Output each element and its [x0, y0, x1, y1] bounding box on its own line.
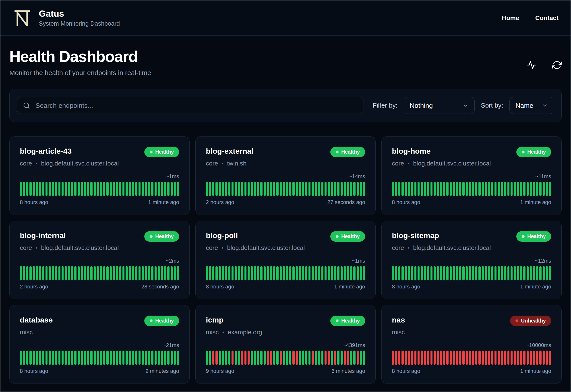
status-bar[interactable] — [209, 350, 211, 365]
status-bar[interactable] — [402, 182, 404, 196]
status-bar[interactable] — [498, 182, 500, 196]
status-bar[interactable] — [485, 182, 487, 196]
status-bar[interactable] — [421, 350, 423, 365]
status-bar[interactable] — [482, 350, 484, 365]
status-bar[interactable] — [26, 266, 28, 280]
status-bar[interactable] — [315, 350, 317, 365]
status-bar[interactable] — [45, 266, 47, 280]
status-bar[interactable] — [539, 182, 541, 196]
status-bar[interactable] — [331, 182, 333, 196]
status-bar[interactable] — [347, 266, 349, 280]
status-bar[interactable] — [299, 350, 301, 365]
status-bar[interactable] — [100, 182, 102, 196]
status-bar[interactable] — [286, 182, 288, 196]
status-bar[interactable] — [472, 182, 474, 196]
status-bar[interactable] — [251, 350, 253, 365]
status-bar[interactable] — [296, 182, 298, 196]
status-bar[interactable] — [177, 182, 179, 196]
status-bar[interactable] — [167, 266, 169, 280]
status-bar[interactable] — [392, 266, 394, 280]
status-bar[interactable] — [87, 266, 89, 280]
status-bar[interactable] — [414, 350, 416, 365]
status-bar[interactable] — [549, 182, 551, 196]
status-bar[interactable] — [539, 350, 541, 365]
status-bar[interactable] — [328, 350, 330, 365]
status-bar[interactable] — [299, 182, 301, 196]
status-bar[interactable] — [87, 350, 89, 365]
status-bar[interactable] — [55, 350, 57, 365]
status-bar[interactable] — [466, 266, 468, 280]
status-bar[interactable] — [145, 182, 147, 196]
status-bar[interactable] — [90, 266, 92, 280]
status-bar[interactable] — [488, 182, 490, 196]
status-bar[interactable] — [71, 182, 73, 196]
status-bar[interactable] — [129, 266, 131, 280]
status-bar[interactable] — [527, 182, 529, 196]
status-bar[interactable] — [113, 182, 115, 196]
status-bar[interactable] — [231, 182, 234, 196]
status-bar[interactable] — [443, 182, 445, 196]
status-bar[interactable] — [151, 266, 153, 280]
status-bar[interactable] — [334, 350, 336, 365]
status-bar[interactable] — [536, 182, 538, 196]
status-bar[interactable] — [276, 350, 278, 365]
status-bar[interactable] — [30, 266, 31, 280]
status-bar[interactable] — [350, 182, 352, 196]
status-bar[interactable] — [65, 266, 67, 280]
status-bar[interactable] — [94, 350, 96, 365]
status-bar[interactable] — [353, 266, 355, 280]
status-bar[interactable] — [81, 182, 83, 196]
status-bar[interactable] — [411, 350, 413, 365]
status-bar[interactable] — [81, 350, 83, 365]
status-bar[interactable] — [536, 266, 538, 280]
status-bar[interactable] — [296, 350, 298, 365]
status-bar[interactable] — [235, 266, 237, 280]
status-bar[interactable] — [36, 266, 38, 280]
status-bar[interactable] — [501, 350, 503, 365]
status-bar[interactable] — [110, 350, 112, 365]
status-bar[interactable] — [450, 266, 452, 280]
status-bar[interactable] — [206, 266, 208, 280]
status-bar[interactable] — [318, 182, 320, 196]
status-bar[interactable] — [434, 182, 436, 196]
status-bar[interactable] — [344, 182, 346, 196]
status-bar[interactable] — [488, 266, 490, 280]
status-bar[interactable] — [363, 266, 365, 280]
status-bar[interactable] — [302, 182, 304, 196]
status-bar[interactable] — [126, 350, 128, 365]
status-bar[interactable] — [132, 266, 134, 280]
status-bar[interactable] — [344, 266, 346, 280]
status-bar[interactable] — [395, 182, 397, 196]
status-bar[interactable] — [446, 182, 448, 196]
status-bar[interactable] — [504, 182, 506, 196]
status-bar[interactable] — [74, 350, 76, 365]
status-bar[interactable] — [49, 266, 51, 280]
status-bar[interactable] — [414, 266, 416, 280]
status-bar[interactable] — [485, 266, 487, 280]
status-bar[interactable] — [283, 266, 285, 280]
status-bar[interactable] — [110, 182, 112, 196]
status-bar[interactable] — [475, 182, 477, 196]
status-bar[interactable] — [244, 350, 246, 365]
status-bar[interactable] — [395, 266, 397, 280]
status-bar[interactable] — [273, 350, 275, 365]
status-bar[interactable] — [42, 182, 44, 196]
status-bar[interactable] — [122, 266, 124, 280]
status-bar[interactable] — [411, 182, 413, 196]
status-bar[interactable] — [209, 182, 211, 196]
status-bar[interactable] — [222, 182, 224, 196]
status-bar[interactable] — [49, 182, 51, 196]
status-bar[interactable] — [39, 182, 41, 196]
status-bar[interactable] — [116, 350, 118, 365]
status-bar[interactable] — [523, 350, 525, 365]
status-bar[interactable] — [511, 182, 512, 196]
status-bar[interactable] — [84, 182, 86, 196]
status-bar[interactable] — [321, 350, 323, 365]
status-bar[interactable] — [122, 182, 124, 196]
status-bar[interactable] — [257, 182, 259, 196]
status-bar[interactable] — [453, 266, 455, 280]
status-bar[interactable] — [267, 182, 269, 196]
status-bar[interactable] — [145, 266, 147, 280]
status-bar[interactable] — [280, 350, 282, 365]
status-bar[interactable] — [514, 182, 516, 196]
